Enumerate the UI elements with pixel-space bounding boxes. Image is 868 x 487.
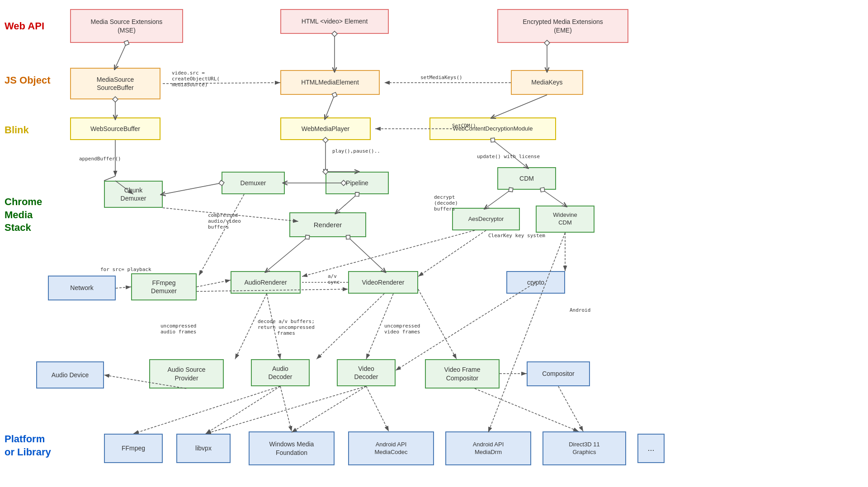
box-mediasource: MediaSource SourceBuffer — [70, 68, 160, 99]
svg-line-17 — [542, 190, 565, 206]
svg-line-11 — [104, 176, 115, 181]
box-pipeline: Pipeline — [326, 172, 389, 194]
box-android-api-mediacodec: Android API MediaCodec — [348, 431, 434, 465]
box-eme: Encrypted Media Extensions (EME) — [497, 9, 628, 43]
box-aesdecryptor: AesDecryptor — [452, 208, 520, 230]
label-jsobject: JS Object — [5, 75, 50, 86]
box-webcontentdecryptionmodule: WebContentDecryptionModule — [429, 117, 556, 140]
svg-line-48 — [558, 386, 583, 431]
svg-line-41 — [280, 386, 292, 431]
box-ellipsis: ... — [637, 434, 665, 463]
box-audio-device: Audio Device — [36, 361, 104, 389]
box-ffmpeg: FFmpeg — [104, 434, 163, 463]
box-htmlmediaelement: HTMLMediaElement — [280, 70, 380, 95]
box-videorenderer: VideoRenderer — [348, 271, 418, 294]
box-websourcebuffer: WebSourceBuffer — [70, 117, 160, 140]
ann-set-cdm: SetCDM() — [452, 123, 476, 129]
box-widevine-cdm: Widevine CDM — [536, 206, 594, 233]
box-android-api-mediadrm: Android API MediaDrm — [445, 431, 531, 465]
svg-line-24 — [267, 237, 307, 271]
box-video-frame-compositor: Video Frame Compositor — [425, 359, 500, 389]
box-network: Network — [48, 276, 116, 300]
svg-line-34 — [418, 289, 457, 359]
box-direct3d: Direct3D 11 Graphics — [542, 431, 626, 465]
ann-append-buffer: appendBuffer() — [79, 156, 121, 162]
svg-line-35 — [302, 230, 475, 276]
ann-av-sync: a/v sync — [328, 273, 340, 285]
box-mediakeys: MediaKeys — [511, 70, 583, 95]
svg-line-2 — [115, 43, 127, 68]
svg-line-25 — [348, 237, 384, 271]
svg-line-42 — [206, 386, 280, 434]
svg-line-6 — [326, 95, 335, 117]
svg-line-32 — [316, 294, 384, 359]
ann-compressed-buffers: compressed audio/video buffers — [208, 212, 241, 230]
svg-line-20 — [337, 194, 357, 212]
box-chunk-demuxer: Chunk Demuxer — [104, 181, 163, 208]
svg-line-22 — [199, 194, 244, 276]
ann-set-media-keys: setMediaKeys() — [420, 75, 462, 80]
ann-decode-av-buffers: decode a/v buffers; return uncompressed … — [258, 318, 315, 336]
box-ffmpeg-demuxer: FFmpeg Demuxer — [131, 273, 197, 300]
label-chrome-media-stack: Chrome Media Stack — [5, 196, 42, 234]
box-libvpx: libvpx — [176, 434, 231, 463]
svg-line-21 — [163, 183, 222, 194]
svg-line-45 — [292, 386, 366, 432]
svg-line-7 — [493, 95, 547, 117]
label-webapi: Web API — [5, 20, 44, 32]
ann-video-src: video.src = createObjectURL( mediaSource… — [172, 70, 220, 88]
ann-update-license: update() with license — [477, 154, 540, 159]
ann-uncompressed-video: uncompressed video frames — [384, 323, 420, 335]
diagram-container: Web API JS Object Blink Chrome Media Sta… — [0, 0, 868, 487]
ann-for-src-playback: for src= playback — [100, 267, 151, 272]
box-audio-source-provider: Audio Source Provider — [149, 359, 224, 389]
box-webmediaplayer: WebMediaPlayer — [280, 117, 371, 140]
svg-line-28 — [197, 280, 231, 287]
svg-line-16 — [486, 190, 511, 208]
svg-line-44 — [366, 386, 389, 431]
box-video-decoder: Video Decoder — [337, 359, 396, 386]
box-audio-decoder: Audio Decoder — [251, 359, 310, 386]
svg-line-27 — [116, 287, 131, 288]
svg-line-36 — [418, 230, 486, 276]
box-cdm: CDM — [497, 167, 556, 190]
svg-line-46 — [206, 386, 366, 434]
svg-line-43 — [133, 386, 280, 434]
box-crypto: crypto — [506, 271, 565, 294]
box-mse: Media Source Extensions (MSE) — [70, 9, 183, 43]
ann-play-pause: play(),pause().. — [332, 148, 380, 154]
label-blink: Blink — [5, 124, 29, 136]
svg-line-49 — [488, 233, 565, 432]
svg-line-47 — [475, 389, 579, 431]
box-renderer: Renderer — [289, 212, 366, 237]
ann-android: Android — [570, 307, 590, 313]
box-html-video: HTML <video> Element — [280, 9, 389, 34]
box-windows-media-foundation: Windows Media Foundation — [249, 431, 335, 465]
ann-decrypt-buffers: decrypt (decode) buffers — [434, 194, 458, 212]
box-compositor: Compositor — [527, 361, 590, 386]
box-audiorenderer: AudioRenderer — [231, 271, 301, 294]
label-platform-or-library: Platform or Library — [5, 433, 51, 459]
box-demuxer: Demuxer — [222, 172, 285, 194]
ann-uncompressed-audio: uncompressed audio frames — [160, 323, 196, 335]
ann-clearkey: ClearKey key system — [488, 233, 545, 239]
